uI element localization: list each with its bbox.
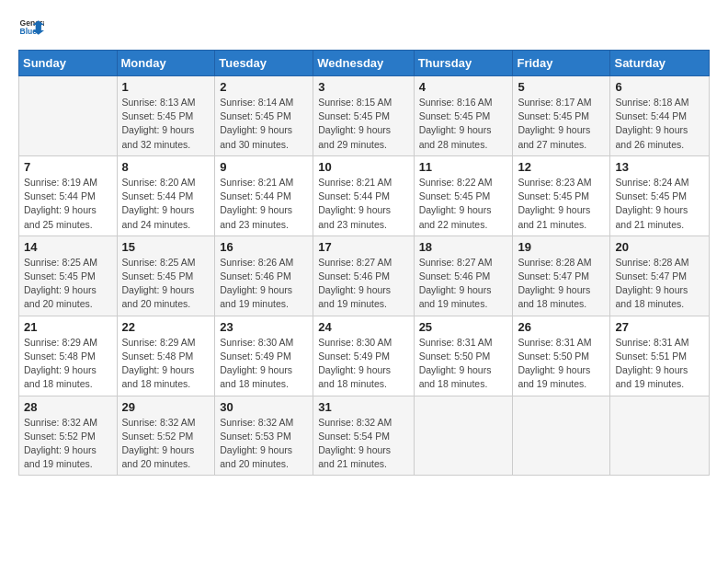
week-row-2: 14Sunrise: 8:25 AMSunset: 5:45 PMDayligh… [19,236,710,316]
day-info: Sunrise: 8:30 AMSunset: 5:49 PMDaylight:… [318,336,408,392]
day-number: 6 [615,80,704,94]
calendar-header: SundayMondayTuesdayWednesdayThursdayFrid… [19,51,710,76]
day-info: Sunrise: 8:25 AMSunset: 5:45 PMDaylight:… [122,256,210,312]
day-number: 1 [122,80,210,94]
day-number: 24 [318,320,408,334]
day-number: 23 [220,320,308,334]
day-cell: 12Sunrise: 8:23 AMSunset: 5:45 PMDayligh… [513,155,610,236]
day-cell: 19Sunrise: 8:28 AMSunset: 5:47 PMDayligh… [513,236,610,316]
day-cell: 13Sunrise: 8:24 AMSunset: 5:45 PMDayligh… [610,155,710,236]
day-info: Sunrise: 8:32 AMSunset: 5:53 PMDaylight:… [220,416,308,472]
day-info: Sunrise: 8:21 AMSunset: 5:44 PMDaylight:… [220,176,308,232]
day-cell: 26Sunrise: 8:31 AMSunset: 5:50 PMDayligh… [513,316,610,396]
day-cell: 20Sunrise: 8:28 AMSunset: 5:47 PMDayligh… [610,236,710,316]
header-cell-sunday: Sunday [19,51,118,76]
day-info: Sunrise: 8:28 AMSunset: 5:47 PMDaylight:… [518,256,605,312]
day-info: Sunrise: 8:15 AMSunset: 5:45 PMDaylight:… [318,96,408,152]
day-info: Sunrise: 8:32 AMSunset: 5:52 PMDaylight:… [24,416,112,472]
day-number: 28 [24,400,112,414]
day-number: 10 [318,160,408,174]
day-info: Sunrise: 8:16 AMSunset: 5:45 PMDaylight:… [419,96,508,152]
day-cell: 3Sunrise: 8:15 AMSunset: 5:45 PMDaylight… [313,76,414,156]
day-cell: 18Sunrise: 8:27 AMSunset: 5:46 PMDayligh… [414,236,513,316]
day-number: 22 [122,320,210,334]
day-cell [513,396,610,476]
day-cell: 11Sunrise: 8:22 AMSunset: 5:45 PMDayligh… [414,155,513,236]
header-row: SundayMondayTuesdayWednesdayThursdayFrid… [19,51,710,76]
day-cell: 29Sunrise: 8:32 AMSunset: 5:52 PMDayligh… [117,396,215,476]
day-cell: 2Sunrise: 8:14 AMSunset: 5:45 PMDaylight… [215,76,313,156]
day-cell: 25Sunrise: 8:31 AMSunset: 5:50 PMDayligh… [414,316,513,396]
day-number: 14 [24,240,112,254]
day-cell: 30Sunrise: 8:32 AMSunset: 5:53 PMDayligh… [215,396,313,476]
week-row-0: 1Sunrise: 8:13 AMSunset: 5:45 PMDaylight… [19,76,710,156]
day-cell: 22Sunrise: 8:29 AMSunset: 5:48 PMDayligh… [117,316,215,396]
day-number: 18 [419,240,508,254]
day-number: 5 [518,80,605,94]
day-number: 29 [122,400,210,414]
day-cell: 16Sunrise: 8:26 AMSunset: 5:46 PMDayligh… [215,236,313,316]
week-row-4: 28Sunrise: 8:32 AMSunset: 5:52 PMDayligh… [19,396,710,476]
day-number: 12 [518,160,605,174]
day-number: 7 [24,160,112,174]
day-info: Sunrise: 8:27 AMSunset: 5:46 PMDaylight:… [419,256,508,312]
header-cell-wednesday: Wednesday [313,51,414,76]
day-info: Sunrise: 8:28 AMSunset: 5:47 PMDaylight:… [615,256,704,312]
day-cell: 17Sunrise: 8:27 AMSunset: 5:46 PMDayligh… [313,236,414,316]
day-number: 25 [419,320,508,334]
day-number: 27 [615,320,704,334]
day-cell: 5Sunrise: 8:17 AMSunset: 5:45 PMDaylight… [513,76,610,156]
day-number: 19 [518,240,605,254]
day-cell [414,396,513,476]
logo-icon: General Blue [18,15,44,40]
day-cell: 21Sunrise: 8:29 AMSunset: 5:48 PMDayligh… [19,316,118,396]
header-cell-monday: Monday [117,51,215,76]
calendar-body: 1Sunrise: 8:13 AMSunset: 5:45 PMDaylight… [19,76,710,476]
day-number: 20 [615,240,704,254]
calendar-table: SundayMondayTuesdayWednesdayThursdayFrid… [18,50,710,476]
day-cell: 27Sunrise: 8:31 AMSunset: 5:51 PMDayligh… [610,316,710,396]
day-cell: 8Sunrise: 8:20 AMSunset: 5:44 PMDaylight… [117,155,215,236]
day-number: 4 [419,80,508,94]
day-number: 26 [518,320,605,334]
day-number: 31 [318,400,408,414]
day-cell: 4Sunrise: 8:16 AMSunset: 5:45 PMDaylight… [414,76,513,156]
day-info: Sunrise: 8:31 AMSunset: 5:51 PMDaylight:… [615,336,704,392]
header: General Blue [18,15,710,40]
day-info: Sunrise: 8:31 AMSunset: 5:50 PMDaylight:… [419,336,508,392]
day-cell: 1Sunrise: 8:13 AMSunset: 5:45 PMDaylight… [117,76,215,156]
day-cell: 28Sunrise: 8:32 AMSunset: 5:52 PMDayligh… [19,396,118,476]
day-info: Sunrise: 8:21 AMSunset: 5:44 PMDaylight:… [318,176,408,232]
header-cell-tuesday: Tuesday [215,51,313,76]
day-cell: 7Sunrise: 8:19 AMSunset: 5:44 PMDaylight… [19,155,118,236]
day-info: Sunrise: 8:19 AMSunset: 5:44 PMDaylight:… [24,176,112,232]
day-cell: 9Sunrise: 8:21 AMSunset: 5:44 PMDaylight… [215,155,313,236]
day-cell: 23Sunrise: 8:30 AMSunset: 5:49 PMDayligh… [215,316,313,396]
logo: General Blue [18,15,48,40]
day-number: 11 [419,160,508,174]
day-info: Sunrise: 8:23 AMSunset: 5:45 PMDaylight:… [518,176,605,232]
day-info: Sunrise: 8:32 AMSunset: 5:54 PMDaylight:… [318,416,408,472]
header-cell-thursday: Thursday [414,51,513,76]
week-row-3: 21Sunrise: 8:29 AMSunset: 5:48 PMDayligh… [19,316,710,396]
day-info: Sunrise: 8:24 AMSunset: 5:45 PMDaylight:… [615,176,704,232]
day-info: Sunrise: 8:26 AMSunset: 5:46 PMDaylight:… [220,256,308,312]
page: General Blue SundayMondayTuesdayWednesda… [0,0,728,563]
day-number: 13 [615,160,704,174]
day-number: 17 [318,240,408,254]
day-info: Sunrise: 8:14 AMSunset: 5:45 PMDaylight:… [220,96,308,152]
day-number: 9 [220,160,308,174]
day-info: Sunrise: 8:17 AMSunset: 5:45 PMDaylight:… [518,96,605,152]
day-info: Sunrise: 8:25 AMSunset: 5:45 PMDaylight:… [24,256,112,312]
day-info: Sunrise: 8:20 AMSunset: 5:44 PMDaylight:… [122,176,210,232]
day-info: Sunrise: 8:30 AMSunset: 5:49 PMDaylight:… [220,336,308,392]
day-number: 16 [220,240,308,254]
day-number: 21 [24,320,112,334]
day-info: Sunrise: 8:32 AMSunset: 5:52 PMDaylight:… [122,416,210,472]
day-info: Sunrise: 8:22 AMSunset: 5:45 PMDaylight:… [419,176,508,232]
day-number: 3 [318,80,408,94]
header-cell-friday: Friday [513,51,610,76]
day-info: Sunrise: 8:29 AMSunset: 5:48 PMDaylight:… [122,336,210,392]
day-cell: 6Sunrise: 8:18 AMSunset: 5:44 PMDaylight… [610,76,710,156]
day-cell: 10Sunrise: 8:21 AMSunset: 5:44 PMDayligh… [313,155,414,236]
